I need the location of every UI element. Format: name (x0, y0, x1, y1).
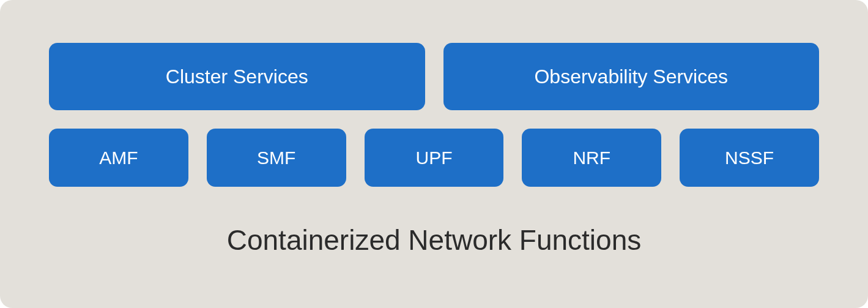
box-label: UPF (415, 148, 452, 168)
box-label: AMF (99, 148, 138, 168)
box-amf: AMF (49, 129, 188, 187)
top-row: Cluster Services Observability Services (49, 43, 819, 110)
box-label: Observability Services (534, 66, 728, 88)
box-label: SMF (257, 148, 295, 168)
box-smf: SMF (207, 129, 346, 187)
diagram-container: Cluster Services Observability Services … (0, 0, 868, 308)
box-label: Cluster Services (166, 66, 308, 88)
box-label: NRF (573, 148, 610, 168)
box-nssf: NSSF (680, 129, 819, 187)
box-label: NSSF (725, 148, 774, 168)
box-cluster-services: Cluster Services (49, 43, 425, 110)
bottom-row: AMF SMF UPF NRF NSSF (49, 129, 819, 187)
box-nrf: NRF (522, 129, 661, 187)
box-upf: UPF (365, 129, 504, 187)
diagram-title: Containerized Network Functions (49, 223, 819, 257)
box-observability-services: Observability Services (443, 43, 820, 110)
